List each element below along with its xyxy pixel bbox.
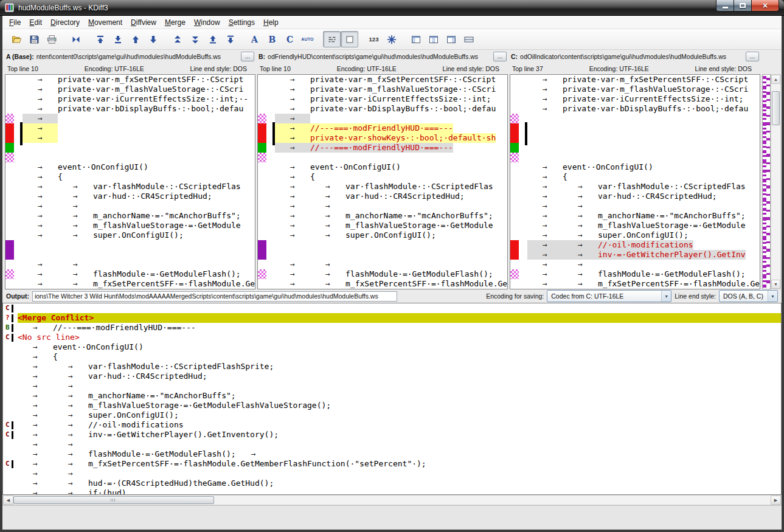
select-line-a-button[interactable]: A bbox=[246, 31, 263, 47]
pane-c-line-end: Line end style: DOS bbox=[695, 65, 752, 72]
tab-arrow: → bbox=[23, 85, 58, 94]
show-whitespace-characters-button[interactable] bbox=[323, 31, 341, 47]
pane-a-file-row: A (Base): ntent\content0\scripts\game\gu… bbox=[5, 50, 255, 63]
tab-arrow: → bbox=[310, 279, 345, 289]
merge-output-line: →→ bbox=[3, 381, 781, 391]
go-prev-unsolved-conflict-button[interactable] bbox=[204, 31, 221, 47]
pane-b-diff-margin bbox=[258, 75, 266, 289]
tab-arrow: → bbox=[527, 104, 563, 114]
merge-line-gutter bbox=[3, 449, 18, 459]
code-line: →private·var·m_fxSetPercentSFF·:·CScript bbox=[527, 75, 760, 85]
close-button[interactable]: × bbox=[751, 0, 779, 12]
diff-overview-map[interactable] bbox=[762, 74, 771, 289]
title-bar[interactable]: hudModuleBuffs.ws - KDiff3 × bbox=[0, 0, 784, 16]
pane-a-code[interactable]: →private·var·m_fxSetPercentSFF·:·CScript… bbox=[23, 75, 255, 289]
menu-item-merge[interactable]: Merge bbox=[161, 16, 190, 29]
pane-a-path[interactable]: ntent\content0\scripts\game\gui\hud\modu… bbox=[36, 53, 238, 60]
diff-margin-block-dot bbox=[258, 269, 266, 279]
merge-output-editor[interactable]: C?<Merge Conflict>B→//---===·modFriendly… bbox=[2, 303, 782, 495]
open-button[interactable] bbox=[7, 31, 25, 47]
dropdown-arrow-icon[interactable]: ▼ bbox=[768, 291, 777, 302]
horizontal-scroll-track[interactable] bbox=[13, 496, 771, 505]
scroll-left-button[interactable]: ◀ bbox=[3, 496, 13, 505]
reload-button[interactable] bbox=[67, 31, 85, 47]
dropdown-arrow-icon[interactable]: ▼ bbox=[661, 291, 671, 302]
auto-advance-button[interactable]: AUTO bbox=[299, 31, 316, 47]
menu-item-edit[interactable]: Edit bbox=[25, 16, 46, 29]
menu-item-directory[interactable]: Directory bbox=[46, 16, 84, 29]
go-next-delta-button[interactable] bbox=[144, 31, 162, 47]
select-line-b-button[interactable]: B bbox=[263, 31, 281, 47]
diff-pane-c: C: odOilIndicator\content\scripts\game\g… bbox=[510, 50, 760, 289]
show-line-numbers-button[interactable]: 123 bbox=[365, 31, 383, 47]
tab-arrow: → bbox=[23, 104, 58, 114]
save-button[interactable] bbox=[25, 31, 43, 47]
overview-stripe bbox=[766, 178, 770, 180]
line-end-combobox-value: DOS (A, B, C) bbox=[723, 292, 763, 300]
pane-b-browse-button[interactable]: ... bbox=[493, 52, 507, 61]
merge-output-line: →→var·flashModule·:·CScriptedFlashSprite… bbox=[3, 362, 781, 371]
merge-line-gutter: C bbox=[3, 459, 18, 469]
go-prev-conflict-button[interactable] bbox=[168, 31, 186, 47]
maximize-button[interactable] bbox=[734, 0, 751, 12]
vertical-scroll-thumb[interactable] bbox=[772, 91, 780, 125]
go-next-conflict-button[interactable] bbox=[186, 31, 204, 47]
pane-c-path[interactable]: odOilIndicator\content\scripts\game\gui\… bbox=[520, 53, 743, 60]
go-last-delta-button[interactable] bbox=[109, 31, 127, 47]
output-path-field[interactable]: ions\The Witcher 3 Wild Hunt\Mods\modAAA… bbox=[32, 291, 397, 302]
go-first-delta-button[interactable] bbox=[91, 31, 109, 47]
scroll-up-button[interactable]: ▲ bbox=[771, 75, 780, 84]
menu-item-file[interactable]: File bbox=[5, 16, 25, 29]
overview-stripe bbox=[766, 138, 770, 140]
show-window-a-button[interactable] bbox=[407, 31, 425, 47]
pane-c-code[interactable]: →private·var·m_fxSetPercentSFF·:·CScript… bbox=[527, 75, 760, 289]
minimize-button[interactable] bbox=[716, 0, 734, 12]
vertical-scrollbar[interactable]: ▲ ▼ bbox=[771, 74, 781, 289]
pane-b-path[interactable]: odFriendlyHUD\content\scripts\game\gui\h… bbox=[268, 53, 491, 60]
encoding-combobox[interactable]: Codec from C: UTF-16LE ▼ bbox=[547, 290, 671, 302]
diff-margin-block-dot bbox=[258, 114, 266, 123]
vertical-scroll-track[interactable] bbox=[771, 84, 780, 280]
merge-line-gutter bbox=[3, 478, 18, 488]
code-line: →→var·hud·:·CR4ScriptedHud; bbox=[23, 192, 255, 201]
split-orientation-button[interactable] bbox=[460, 31, 477, 47]
pane-a-selection-gap bbox=[14, 75, 23, 289]
show-window-b-button[interactable] bbox=[425, 31, 442, 47]
pane-c-browse-button[interactable]: ... bbox=[746, 52, 759, 61]
diff-panes-section: A (Base): ntent\content0\scripts\game\gu… bbox=[2, 50, 782, 289]
scroll-down-button[interactable]: ▼ bbox=[771, 280, 780, 289]
menu-item-window[interactable]: Window bbox=[190, 16, 224, 29]
merge-group-bracket bbox=[12, 305, 13, 313]
show-whitespace-button[interactable] bbox=[341, 31, 358, 47]
line-end-combobox[interactable]: DOS (A, B, C) ▼ bbox=[719, 290, 778, 302]
menu-item-settings[interactable]: Settings bbox=[224, 16, 259, 29]
pane-b-code[interactable]: →private·var·m_fxSetPercentSFF·:·CScript… bbox=[275, 75, 507, 289]
tab-arrow: → bbox=[527, 94, 563, 104]
show-window-c-button[interactable] bbox=[442, 31, 460, 47]
select-line-c-button[interactable]: C bbox=[281, 31, 299, 47]
horizontal-scroll-thumb[interactable] bbox=[13, 496, 214, 504]
menu-item-movement[interactable]: Movement bbox=[84, 16, 127, 29]
pane-a-browse-button[interactable]: ... bbox=[241, 52, 254, 61]
merge-output-line: →→ bbox=[3, 469, 781, 478]
scroll-right-button[interactable]: ▶ bbox=[771, 496, 781, 505]
code-line: →{ bbox=[23, 172, 255, 182]
tab-arrow: → bbox=[275, 123, 310, 133]
code-line: → bbox=[23, 114, 255, 123]
horizontal-scrollbar[interactable]: ◀ ▶ bbox=[2, 495, 782, 505]
tab-arrow: → bbox=[23, 123, 58, 133]
status-bar bbox=[2, 505, 782, 530]
overview-stripe bbox=[766, 154, 770, 157]
tab-arrow: → bbox=[53, 488, 88, 495]
go-prev-delta-button[interactable] bbox=[127, 31, 144, 47]
menu-item-diffview[interactable]: Diffview bbox=[127, 16, 161, 29]
menu-item-help[interactable]: Help bbox=[259, 16, 283, 29]
tab-arrow: → bbox=[18, 352, 53, 362]
tab-arrow: → bbox=[58, 221, 93, 230]
print-button[interactable] bbox=[43, 31, 60, 47]
overview-stripe bbox=[766, 131, 770, 133]
go-next-unsolved-conflict-button[interactable] bbox=[221, 31, 239, 47]
menu-bar: FileEditDirectoryMovementDiffviewMergeWi… bbox=[2, 16, 782, 29]
word-wrap-button[interactable] bbox=[383, 31, 400, 47]
overview-stripe bbox=[766, 233, 770, 235]
